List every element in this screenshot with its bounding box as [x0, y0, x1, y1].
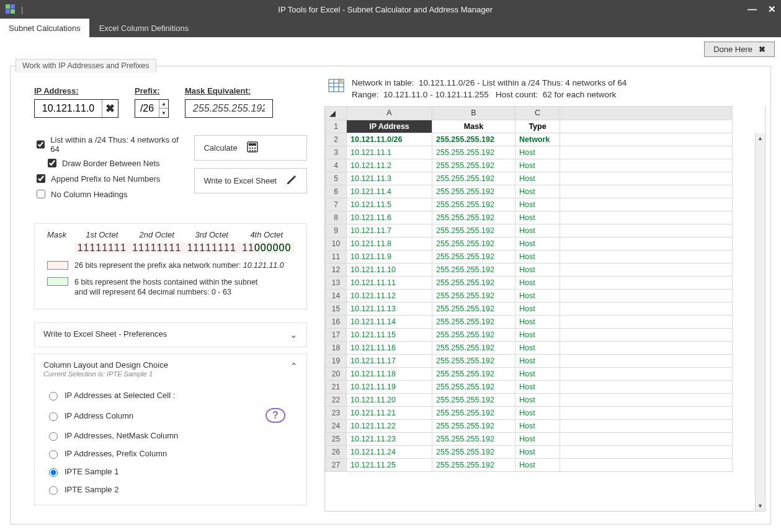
panel-column-layout-header[interactable]: Column Layout and Design Choice Current … [35, 354, 306, 384]
table-row[interactable]: 2110.121.11.19255.255.255.192Host [326, 380, 733, 393]
table-row[interactable]: 1710.121.11.15255.255.255.192Host [326, 328, 733, 341]
cell-mask[interactable]: 255.255.255.192 [432, 250, 515, 263]
vertical-scrollbar[interactable]: ▲ ▼ [755, 133, 765, 511]
row-header[interactable]: 4 [326, 159, 347, 172]
cell-type[interactable]: Host [515, 276, 560, 289]
table-row[interactable]: 2610.121.11.24255.255.255.192Host [326, 445, 733, 458]
cell-mask[interactable]: 255.255.255.192 [432, 328, 515, 341]
cell-type[interactable]: Host [515, 237, 560, 250]
cell-type[interactable]: Host [515, 146, 560, 159]
header-ip[interactable]: IP Address [347, 120, 432, 133]
prefix-input[interactable] [135, 103, 159, 114]
row-header[interactable]: 2 [326, 133, 347, 146]
row-header[interactable]: 19 [326, 354, 347, 367]
row-header[interactable]: 27 [326, 458, 347, 471]
scroll-up-icon[interactable]: ▲ [756, 133, 765, 143]
cell-ip[interactable]: 10.121.11.24 [347, 445, 432, 458]
cell-type[interactable]: Host [515, 406, 560, 419]
cell-type[interactable]: Host [515, 198, 560, 211]
cell-type[interactable]: Host [515, 302, 560, 315]
table-row[interactable]: 1310.121.11.11255.255.255.192Host [326, 276, 733, 289]
cell-ip[interactable]: 10.121.11.19 [347, 380, 432, 393]
row-header[interactable]: 11 [326, 250, 347, 263]
table-row[interactable]: 2010.121.11.18255.255.255.192Host [326, 367, 733, 380]
cell-mask[interactable]: 255.255.255.192 [432, 224, 515, 237]
cell-mask[interactable]: 255.255.255.192 [432, 445, 515, 458]
row-header[interactable]: 7 [326, 198, 347, 211]
cell-type[interactable]: Host [515, 354, 560, 367]
calculate-button[interactable]: Calculate [194, 135, 307, 161]
cell-ip[interactable]: 10.121.11.5 [347, 198, 432, 211]
prefix-spin-up[interactable]: ▲ [159, 100, 168, 109]
ip-address-input[interactable] [35, 103, 102, 114]
cell-type[interactable]: Host [515, 224, 560, 237]
table-row[interactable]: 310.121.11.1255.255.255.192Host [326, 146, 733, 159]
cell-ip[interactable]: 10.121.11.15 [347, 328, 432, 341]
cell-ip[interactable]: 10.121.11.21 [347, 406, 432, 419]
table-row[interactable]: 1110.121.11.9255.255.255.192Host [326, 250, 733, 263]
cell-mask[interactable]: 255.255.255.192 [432, 432, 515, 445]
cell-mask[interactable]: 255.255.255.192 [432, 237, 515, 250]
cell-ip[interactable]: 10.121.11.7 [347, 224, 432, 237]
cell-mask[interactable]: 255.255.255.192 [432, 367, 515, 380]
header-type[interactable]: Type [515, 120, 560, 133]
radio-ipte-sample-2[interactable] [49, 486, 58, 495]
prefix-spin-down[interactable]: ▼ [159, 109, 168, 117]
panel-write-preferences-header[interactable]: Write to Excel Sheet - Preferences ⌄ [35, 323, 306, 347]
row-header[interactable]: 17 [326, 328, 347, 341]
done-here-button[interactable]: Done Here ✖ [704, 42, 775, 57]
cell-mask[interactable]: 255.255.255.192 [432, 172, 515, 185]
row-header[interactable]: 10 [326, 237, 347, 250]
cell-mask[interactable]: 255.255.255.192 [432, 458, 515, 471]
radio-ip-prefix[interactable] [49, 450, 58, 459]
cell-ip[interactable]: 10.121.11.14 [347, 315, 432, 328]
table-row[interactable]: 2410.121.11.22255.255.255.192Host [326, 419, 733, 432]
table-row[interactable]: 610.121.11.4255.255.255.192Host [326, 185, 733, 198]
cell-ip[interactable]: 10.121.11.8 [347, 237, 432, 250]
result-grid[interactable]: ◢ A B C 1 IP Address Mask Type [324, 106, 765, 512]
cell-ip[interactable]: 10.121.11.1 [347, 146, 432, 159]
table-row[interactable]: 1610.121.11.14255.255.255.192Host [326, 315, 733, 328]
col-header-a[interactable]: A [347, 106, 432, 120]
chk-append-prefix[interactable] [37, 174, 45, 183]
row-header[interactable]: 26 [326, 445, 347, 458]
table-row[interactable]: 1210.121.11.10255.255.255.192Host [326, 263, 733, 276]
table-row[interactable]: 2210.121.11.20255.255.255.192Host [326, 393, 733, 406]
cell-type[interactable]: Host [515, 393, 560, 406]
row-header[interactable]: 15 [326, 302, 347, 315]
cell-ip[interactable]: 10.121.11.6 [347, 211, 432, 224]
cell-mask[interactable]: 255.255.255.192 [432, 393, 515, 406]
col-header-b[interactable]: B [432, 106, 515, 120]
clear-ip-icon[interactable]: ✖ [102, 100, 118, 117]
close-icon[interactable]: ✕ [768, 4, 776, 15]
cell-type[interactable]: Host [515, 289, 560, 302]
row-header[interactable]: 14 [326, 289, 347, 302]
cell-ip[interactable]: 10.121.11.23 [347, 432, 432, 445]
table-row[interactable]: 510.121.11.3255.255.255.192Host [326, 172, 733, 185]
cell-type[interactable]: Host [515, 315, 560, 328]
row-header[interactable]: 25 [326, 432, 347, 445]
cell-ip[interactable]: 10.121.11.22 [347, 419, 432, 432]
row-header[interactable]: 6 [326, 185, 347, 198]
cell-mask[interactable]: 255.255.255.192 [432, 198, 515, 211]
cell-type[interactable]: Host [515, 172, 560, 185]
row-header[interactable]: 21 [326, 380, 347, 393]
cell-ip[interactable]: 10.121.11.3 [347, 172, 432, 185]
chk-list-within-24[interactable] [37, 140, 45, 149]
cell-ip[interactable]: 10.121.11.0/26 [347, 133, 432, 146]
cell-mask[interactable]: 255.255.255.192 [432, 146, 515, 159]
col-header-blank[interactable] [560, 106, 733, 120]
header-mask[interactable]: Mask [432, 120, 515, 133]
cell-ip[interactable]: 10.121.11.12 [347, 289, 432, 302]
cell-ip[interactable]: 10.121.11.18 [347, 367, 432, 380]
row-header[interactable]: 13 [326, 276, 347, 289]
cell-mask[interactable]: 255.255.255.192 [432, 315, 515, 328]
grid-corner[interactable]: ◢ [326, 106, 347, 120]
row-header[interactable]: 12 [326, 263, 347, 276]
row-header[interactable]: 5 [326, 172, 347, 185]
cell-mask[interactable]: 255.255.255.192 [432, 276, 515, 289]
cell-ip[interactable]: 10.121.11.25 [347, 458, 432, 471]
table-row[interactable]: 1810.121.11.16255.255.255.192Host [326, 341, 733, 354]
radio-ip-column[interactable] [49, 412, 58, 421]
cell-type[interactable]: Host [515, 445, 560, 458]
